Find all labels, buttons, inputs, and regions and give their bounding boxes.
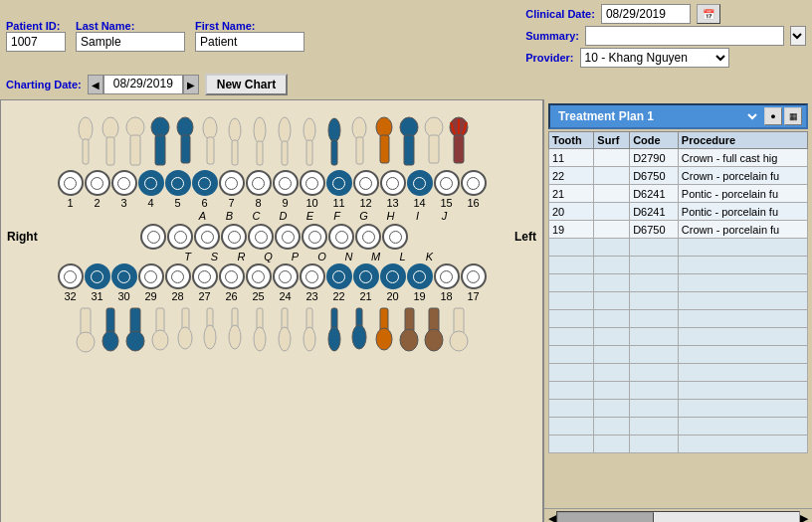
tooth-img-22[interactable] [322,303,346,358]
tooth-img-28[interactable] [173,303,197,358]
lower-primary-T[interactable] [140,224,166,250]
lower-circle-17[interactable] [461,263,487,289]
tooth-img-7[interactable] [223,114,247,169]
lower-circle-18[interactable] [434,263,460,289]
tooth-img-2[interactable] [99,114,122,169]
tooth-img-26[interactable] [223,303,247,358]
lower-circle-22[interactable] [326,263,352,289]
tooth-img-30[interactable] [123,303,147,358]
upper-circle-11[interactable] [326,170,352,196]
tooth-img-4[interactable] [148,114,172,169]
upper-circle-8[interactable] [246,170,272,196]
lower-primary-R[interactable] [194,224,220,250]
tp-icon-circle[interactable]: ● [764,107,782,125]
lower-circle-24[interactable] [273,263,299,289]
calendar-button[interactable]: 📅 [697,4,720,24]
date-next-button[interactable]: ▶ [183,75,199,94]
upper-circle-4[interactable] [138,170,164,196]
table-row[interactable]: 19 D6750 Crown - porcelain fu [549,221,808,239]
tooth-img-27[interactable] [198,303,222,358]
tp-icon-table[interactable]: ▦ [784,107,802,125]
lower-circle-28[interactable] [165,263,191,289]
treatment-plan-select[interactable]: Treatment Plan 1 [554,108,760,124]
upper-circle-9[interactable] [273,170,299,196]
lower-primary-O[interactable] [275,224,301,250]
summary-dropdown[interactable] [790,26,806,46]
lower-circle-30[interactable] [111,263,137,289]
upper-circle-16[interactable] [461,170,487,196]
lower-primary-S[interactable] [167,224,193,250]
tooth-img-31[interactable] [99,303,122,358]
lower-primary-K[interactable] [382,224,408,250]
lower-circle-25[interactable] [246,263,272,289]
scroll-left-btn[interactable]: ◀ [548,512,556,523]
lower-primary-P[interactable] [248,224,274,250]
lower-circle-31[interactable] [85,263,110,289]
upper-circle-15[interactable] [434,170,460,196]
scroll-track[interactable] [556,511,800,522]
scroll-right-btn[interactable]: ▶ [800,512,808,523]
date-prev-button[interactable]: ◀ [88,75,103,94]
tooth-img-29[interactable] [148,303,172,358]
tooth-img-5[interactable] [173,114,197,169]
table-row[interactable]: 20 D6241 Pontic - porcelain fu [549,203,808,221]
upper-circle-14[interactable] [407,170,433,196]
upper-circle-12[interactable] [353,170,379,196]
tooth-img-8[interactable] [248,114,272,169]
upper-circle-3[interactable] [111,170,137,196]
tooth-img-11[interactable] [322,114,346,169]
new-chart-button[interactable]: New Chart [205,74,288,95]
upper-circle-13[interactable] [380,170,406,196]
tooth-img-18[interactable] [422,303,446,358]
lower-circle-23[interactable] [300,263,325,289]
tooth-img-9[interactable] [273,114,297,169]
tooth-img-19[interactable] [397,303,421,358]
svg-point-66 [450,331,468,351]
upper-circle-5[interactable] [165,170,191,196]
summary-input[interactable] [585,26,784,46]
lower-circle-21[interactable] [353,263,379,289]
lower-circle-29[interactable] [138,263,164,289]
lower-primary-L[interactable] [355,224,381,250]
upper-circle-1[interactable] [58,170,84,196]
lower-circle-26[interactable] [219,263,245,289]
upper-circle-10[interactable] [300,170,325,196]
tooth-img-12[interactable] [347,114,371,169]
scroll-thumb[interactable] [557,512,654,522]
provider-select[interactable]: 10 - Khang Nguyen [580,48,729,68]
lower-primary-Q[interactable] [221,224,247,250]
first-name-input[interactable] [195,32,304,52]
tooth-img-3[interactable] [123,114,147,169]
lower-circle-27[interactable] [192,263,218,289]
tooth-img-21[interactable] [347,303,371,358]
clinical-date-input[interactable] [601,4,691,24]
tooth-img-25[interactable] [248,303,272,358]
tooth-img-13[interactable] [372,114,396,169]
upper-circle-7[interactable] [219,170,245,196]
upper-circle-2[interactable] [85,170,110,196]
tooth-img-16[interactable] [447,114,471,169]
tooth-img-24[interactable] [273,303,297,358]
tooth-img-20[interactable] [372,303,396,358]
tooth-img-6[interactable] [198,114,222,169]
lower-primary-N[interactable] [302,224,327,250]
lower-circle-20[interactable] [380,263,406,289]
tooth-img-15[interactable] [422,114,446,169]
lower-circle-32[interactable] [58,263,84,289]
table-row[interactable]: 22 D6750 Crown - porcelain fu [549,167,808,185]
lower-circle-19[interactable] [407,263,433,289]
tooth-img-23[interactable] [298,303,321,358]
tooth-img-1[interactable] [74,114,98,169]
upper-circle-6[interactable] [192,170,218,196]
tooth-img-14[interactable] [397,114,421,169]
table-row[interactable]: 21 D6241 Pontic - porcelain fu [549,185,808,203]
lower-primary-M[interactable] [328,224,354,250]
table-row[interactable]: 11 D2790 Crown - full cast hig [549,149,808,167]
tooth-img-10[interactable] [298,114,321,169]
tooth-img-17[interactable] [447,303,471,358]
lower-letters-row: T S R Q P O N M L K [5,251,538,262]
tooth-img-32[interactable] [74,303,98,358]
mid-section: Right Left [5,224,538,250]
patient-id-input[interactable] [6,32,66,52]
last-name-input[interactable] [76,32,185,52]
